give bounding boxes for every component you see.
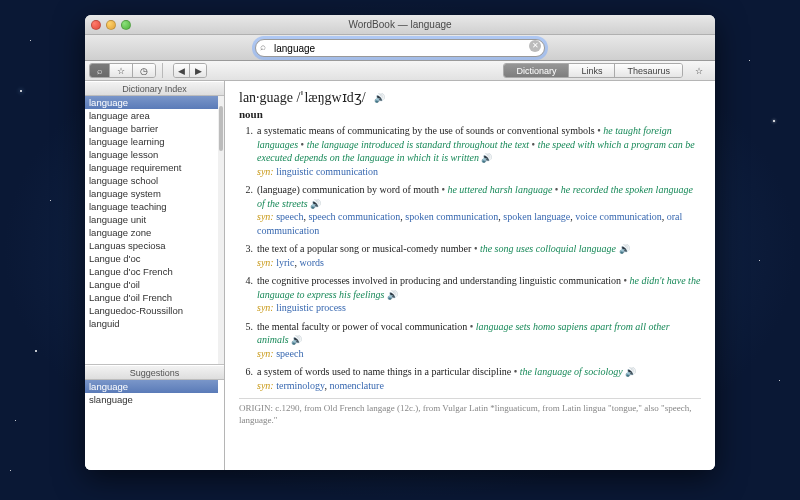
body: Dictionary Index languagelanguage areala… bbox=[85, 81, 715, 470]
synonym-link[interactable]: linguistic communication bbox=[276, 166, 378, 177]
origin-text: c.1290, from Old French langage (12c.), … bbox=[239, 403, 691, 425]
list-item[interactable]: language requirement bbox=[85, 161, 218, 174]
definition-number: 3. bbox=[243, 242, 257, 269]
part-of-speech: noun bbox=[239, 108, 701, 120]
segment-bar: ⌕ ☆ ◷ ◀ ▶ Dictionary Links Thesaurus ☆ bbox=[85, 61, 715, 81]
suggestions-header: Suggestions bbox=[85, 365, 224, 380]
content: lan·guage /ˈlæŋgwɪdʒ/ 🔊 noun 1.a systema… bbox=[225, 81, 715, 470]
index-list[interactable]: languagelanguage arealanguage barrierlan… bbox=[85, 96, 224, 364]
index-panel: Dictionary Index languagelanguage areala… bbox=[85, 81, 224, 365]
definition-number: 1. bbox=[243, 124, 257, 178]
history-button[interactable]: ◷ bbox=[133, 64, 155, 77]
definition-number: 5. bbox=[243, 320, 257, 361]
zoom-button[interactable] bbox=[121, 20, 131, 30]
synonym-link[interactable]: lyric bbox=[276, 257, 294, 268]
headword-text: lan·guage /ˈlæŋgwɪdʒ/ bbox=[239, 89, 366, 106]
list-item[interactable]: language school bbox=[85, 174, 218, 187]
synonym-link[interactable]: terminology bbox=[276, 380, 324, 391]
list-item[interactable]: language unit bbox=[85, 213, 218, 226]
index-header: Dictionary Index bbox=[85, 81, 224, 96]
definitions: 1.a systematic means of communicating by… bbox=[239, 124, 701, 392]
synonym-link[interactable]: speech bbox=[276, 348, 303, 359]
synonym-link[interactable]: linguistic process bbox=[276, 302, 346, 313]
list-item[interactable]: language lesson bbox=[85, 148, 218, 161]
list-item[interactable]: Languedoc-Roussillon bbox=[85, 304, 218, 317]
synonym-link[interactable]: spoken language bbox=[503, 211, 570, 222]
definition-item: 2.(language) communication by word of mo… bbox=[243, 183, 701, 237]
scroll-thumb[interactable] bbox=[219, 106, 223, 151]
definition-body: the text of a popular song or musical-co… bbox=[257, 242, 701, 269]
toolbar: ⌕ ✕ bbox=[85, 35, 715, 61]
list-item[interactable]: Langue d'oil French bbox=[85, 291, 218, 304]
search-wrap: ⌕ ✕ bbox=[255, 38, 545, 58]
tab-dictionary[interactable]: Dictionary bbox=[504, 64, 569, 77]
list-item[interactable]: language system bbox=[85, 187, 218, 200]
definition-body: a system of words used to name things in… bbox=[257, 365, 701, 392]
search-icon: ⌕ bbox=[260, 41, 266, 52]
list-item[interactable]: languid bbox=[85, 317, 218, 330]
scrollbar[interactable] bbox=[218, 96, 224, 364]
suggestions-panel: Suggestions languageslanguage bbox=[85, 365, 224, 470]
synonym-link[interactable]: speech communication bbox=[308, 211, 400, 222]
list-item[interactable]: language learning bbox=[85, 135, 218, 148]
list-item[interactable]: language teaching bbox=[85, 200, 218, 213]
suggestions-list[interactable]: languageslanguage bbox=[85, 380, 224, 470]
search-mode-button[interactable]: ⌕ bbox=[90, 64, 110, 77]
headword: lan·guage /ˈlæŋgwɪdʒ/ 🔊 bbox=[239, 89, 701, 106]
list-item[interactable]: language bbox=[85, 380, 218, 393]
clear-search-icon[interactable]: ✕ bbox=[529, 40, 541, 52]
synonym-link[interactable]: voice communication bbox=[575, 211, 661, 222]
definition-item: 1.a systematic means of communicating by… bbox=[243, 124, 701, 178]
traffic-lights bbox=[91, 20, 131, 30]
origin: ORIGIN: c.1290, from Old French langage … bbox=[239, 398, 701, 426]
definition-body: the mental faculty or power of vocal com… bbox=[257, 320, 701, 361]
list-item[interactable]: Langue d'oc French bbox=[85, 265, 218, 278]
tab-thesaurus[interactable]: Thesaurus bbox=[615, 64, 682, 77]
list-item[interactable]: slanguage bbox=[85, 393, 218, 406]
back-button[interactable]: ◀ bbox=[174, 64, 190, 77]
list-item[interactable]: Langue d'oc bbox=[85, 252, 218, 265]
synonym-link[interactable]: nomenclature bbox=[329, 380, 383, 391]
favorites-button[interactable]: ☆ bbox=[110, 64, 133, 77]
definition-number: 4. bbox=[243, 274, 257, 315]
window-title: WordBook — language bbox=[131, 19, 669, 30]
sidebar: Dictionary Index languagelanguage areala… bbox=[85, 81, 225, 470]
left-segment-group: ⌕ ☆ ◷ bbox=[89, 63, 156, 78]
close-button[interactable] bbox=[91, 20, 101, 30]
titlebar: WordBook — language bbox=[85, 15, 715, 35]
forward-button[interactable]: ▶ bbox=[190, 64, 206, 77]
definition-number: 2. bbox=[243, 183, 257, 237]
definition-item: 3.the text of a popular song or musical-… bbox=[243, 242, 701, 269]
definition-body: the cognitive processes involved in prod… bbox=[257, 274, 701, 315]
app-window: WordBook — language ⌕ ✕ ⌕ ☆ ◷ ◀ ▶ Dictio… bbox=[85, 15, 715, 470]
origin-label: ORIGIN: bbox=[239, 403, 273, 413]
bookmark-button[interactable]: ☆ bbox=[689, 66, 709, 76]
list-item[interactable]: language zone bbox=[85, 226, 218, 239]
definition-body: (language) communication by word of mout… bbox=[257, 183, 701, 237]
definition-item: 6.a system of words used to name things … bbox=[243, 365, 701, 392]
list-item[interactable]: language bbox=[85, 96, 218, 109]
definition-item: 5.the mental faculty or power of vocal c… bbox=[243, 320, 701, 361]
synonym-link[interactable]: speech bbox=[276, 211, 303, 222]
tab-links[interactable]: Links bbox=[569, 64, 615, 77]
definition-item: 4.the cognitive processes involved in pr… bbox=[243, 274, 701, 315]
divider bbox=[162, 63, 163, 78]
list-item[interactable]: Langue d'oil bbox=[85, 278, 218, 291]
definition-number: 6. bbox=[243, 365, 257, 392]
minimize-button[interactable] bbox=[106, 20, 116, 30]
synonym-link[interactable]: spoken communication bbox=[405, 211, 498, 222]
synonym-link[interactable]: words bbox=[300, 257, 324, 268]
view-tabs: Dictionary Links Thesaurus bbox=[503, 63, 683, 78]
speaker-icon[interactable]: 🔊 bbox=[374, 93, 385, 103]
nav-arrows: ◀ ▶ bbox=[173, 63, 207, 78]
list-item[interactable]: language barrier bbox=[85, 122, 218, 135]
list-item[interactable]: Languas speciosa bbox=[85, 239, 218, 252]
definition-body: a systematic means of communicating by t… bbox=[257, 124, 701, 178]
search-input[interactable] bbox=[255, 39, 545, 57]
list-item[interactable]: language area bbox=[85, 109, 218, 122]
